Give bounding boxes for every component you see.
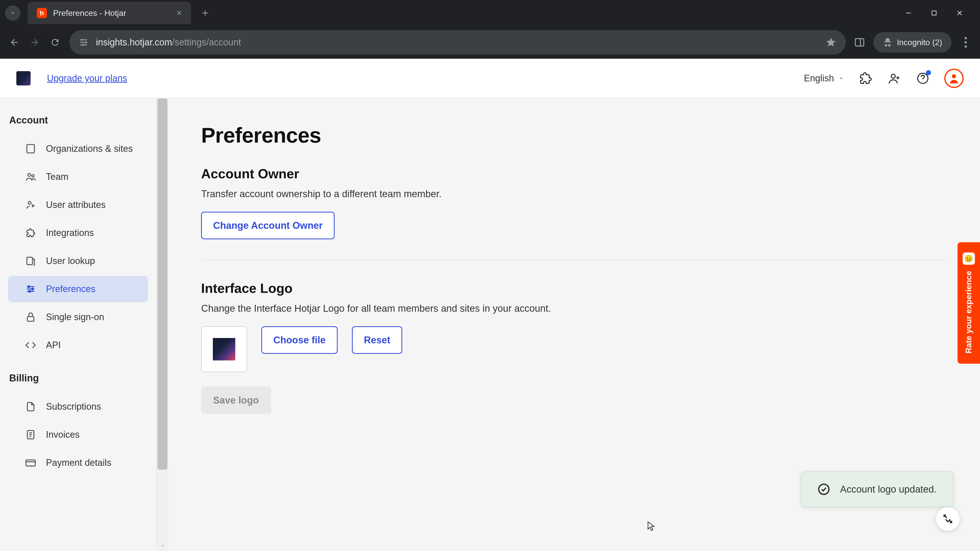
invite-user-button[interactable] bbox=[887, 71, 901, 86]
sidebar-item-user-lookup[interactable]: User lookup bbox=[8, 248, 148, 274]
address-bar[interactable]: insights.hotjar.com/settings/account bbox=[69, 30, 846, 55]
sidebar-item-payment-details[interactable]: Payment details bbox=[8, 449, 148, 476]
minimize-button[interactable] bbox=[904, 8, 914, 18]
sidebar-scrollbar[interactable] bbox=[156, 98, 169, 551]
scrollbar-thumb[interactable] bbox=[158, 98, 167, 470]
reset-button[interactable]: Reset bbox=[352, 326, 402, 354]
code-icon bbox=[24, 339, 37, 351]
check-circle-icon bbox=[818, 483, 830, 495]
sidebar-item-label: Preferences bbox=[46, 284, 95, 294]
maximize-button[interactable] bbox=[929, 8, 939, 18]
svg-point-31 bbox=[28, 286, 30, 287]
scroll-down-arrow[interactable] bbox=[156, 541, 169, 551]
help-button[interactable] bbox=[916, 71, 930, 86]
sidebar-item-label: API bbox=[46, 340, 61, 351]
svg-point-9 bbox=[964, 37, 967, 39]
sidebar-item-organizations-sites[interactable]: Organizations & sites bbox=[8, 135, 148, 162]
hotjar-favicon: h bbox=[37, 8, 47, 18]
svg-rect-34 bbox=[27, 317, 34, 321]
user-attr-icon bbox=[24, 199, 37, 211]
sidebar-item-label: Integrations bbox=[46, 227, 94, 238]
svg-point-33 bbox=[29, 291, 30, 292]
tab-bar: h Preferences - Hotjar bbox=[0, 0, 980, 26]
reload-button[interactable] bbox=[49, 36, 61, 48]
sidebar-item-team[interactable]: Team bbox=[8, 164, 148, 190]
svg-point-6 bbox=[82, 44, 84, 46]
sidebar-item-user-attributes[interactable]: User attributes bbox=[8, 192, 148, 218]
notification-dot bbox=[926, 70, 931, 75]
browser-tab[interactable]: h Preferences - Hotjar bbox=[27, 2, 191, 24]
logo-preview bbox=[201, 326, 247, 372]
integrations-button[interactable] bbox=[859, 71, 873, 86]
toast-message: Account logo updated. bbox=[840, 484, 937, 495]
sidebar-item-label: User lookup bbox=[46, 256, 95, 266]
sidebar-item-label: Payment details bbox=[46, 457, 111, 468]
feedback-emoji-icon: 😐 bbox=[963, 252, 975, 265]
toast-notification: Account logo updated. bbox=[801, 472, 953, 507]
choose-file-button[interactable]: Choose file bbox=[261, 326, 338, 354]
section-interface-logo: Interface Logo Change the Interface Hotj… bbox=[201, 281, 947, 434]
window-controls bbox=[904, 8, 975, 18]
sidebar-item-invoices[interactable]: Invoices bbox=[8, 421, 148, 448]
card-icon bbox=[24, 457, 37, 469]
team-icon bbox=[24, 171, 37, 183]
back-button[interactable] bbox=[8, 36, 21, 48]
sidebar-heading-billing: Billing bbox=[0, 368, 156, 392]
sliders-icon bbox=[24, 283, 37, 295]
browser-chrome: h Preferences - Hotjar insights.hotjar.c… bbox=[0, 0, 980, 59]
puzzle-icon bbox=[24, 227, 37, 239]
sidebar-item-label: Invoices bbox=[46, 429, 80, 440]
svg-point-12 bbox=[891, 74, 895, 78]
sidebar-heading-account: Account bbox=[0, 111, 156, 134]
sidebar-item-label: Organizations & sites bbox=[46, 143, 133, 154]
site-info-button[interactable] bbox=[79, 37, 89, 48]
app-header: Upgrade your plans English bbox=[0, 59, 980, 98]
forward-button[interactable] bbox=[29, 36, 41, 48]
tab-search-button[interactable] bbox=[5, 5, 21, 21]
svg-rect-39 bbox=[26, 460, 35, 466]
sidebar-item-label: User attributes bbox=[46, 200, 106, 210]
feedback-tab[interactable]: Rate your experience 😐 bbox=[958, 242, 980, 364]
svg-point-5 bbox=[86, 41, 87, 43]
account-logo-thumb[interactable] bbox=[16, 71, 30, 86]
incognito-label: Incognito (2) bbox=[897, 38, 942, 47]
svg-point-11 bbox=[964, 45, 967, 48]
side-panel-button[interactable] bbox=[854, 37, 865, 48]
expand-fab-button[interactable] bbox=[936, 507, 959, 530]
close-window-button[interactable] bbox=[955, 8, 965, 18]
sidebar: Account Organizations & sites Team User … bbox=[0, 98, 156, 551]
new-tab-button[interactable] bbox=[198, 6, 212, 20]
sidebar-item-preferences[interactable]: Preferences bbox=[8, 276, 148, 302]
section-account-owner: Account Owner Transfer account ownership… bbox=[201, 166, 947, 260]
sidebar-item-api[interactable]: API bbox=[8, 332, 148, 359]
browser-menu-button[interactable] bbox=[959, 36, 972, 48]
bookmark-icon[interactable] bbox=[825, 37, 837, 48]
cursor-icon bbox=[647, 521, 655, 529]
svg-rect-27 bbox=[27, 257, 32, 265]
incognito-badge[interactable]: Incognito (2) bbox=[873, 32, 951, 52]
section-heading-account-owner: Account Owner bbox=[201, 166, 947, 181]
sidebar-item-subscriptions[interactable]: Subscriptions bbox=[8, 393, 148, 420]
sidebar-item-label: Single sign-on bbox=[46, 312, 104, 322]
close-tab-button[interactable] bbox=[175, 8, 184, 17]
sidebar-item-integrations[interactable]: Integrations bbox=[8, 220, 148, 246]
url-text: insights.hotjar.com/settings/account bbox=[96, 37, 241, 48]
upgrade-plans-link[interactable]: Upgrade your plans bbox=[47, 73, 127, 84]
svg-point-10 bbox=[964, 41, 967, 43]
svg-rect-1 bbox=[932, 11, 936, 15]
logo-preview-image bbox=[213, 338, 235, 360]
svg-point-25 bbox=[28, 202, 31, 204]
page-title: Preferences bbox=[201, 123, 947, 148]
profile-button[interactable] bbox=[944, 68, 964, 88]
building-icon bbox=[24, 143, 37, 155]
save-logo-button[interactable]: Save logo bbox=[201, 386, 271, 414]
section-heading-interface-logo: Interface Logo bbox=[201, 281, 947, 296]
sidebar-item-single-sign-on[interactable]: Single sign-on bbox=[8, 304, 148, 330]
svg-point-32 bbox=[32, 288, 33, 290]
sidebar-container: Account Organizations & sites Team User … bbox=[0, 98, 169, 551]
feedback-label: Rate your experience bbox=[964, 271, 974, 354]
change-account-owner-button[interactable]: Change Account Owner bbox=[201, 212, 334, 239]
language-selector[interactable]: English bbox=[804, 73, 844, 84]
svg-rect-18 bbox=[27, 144, 34, 153]
language-label: English bbox=[804, 73, 834, 84]
